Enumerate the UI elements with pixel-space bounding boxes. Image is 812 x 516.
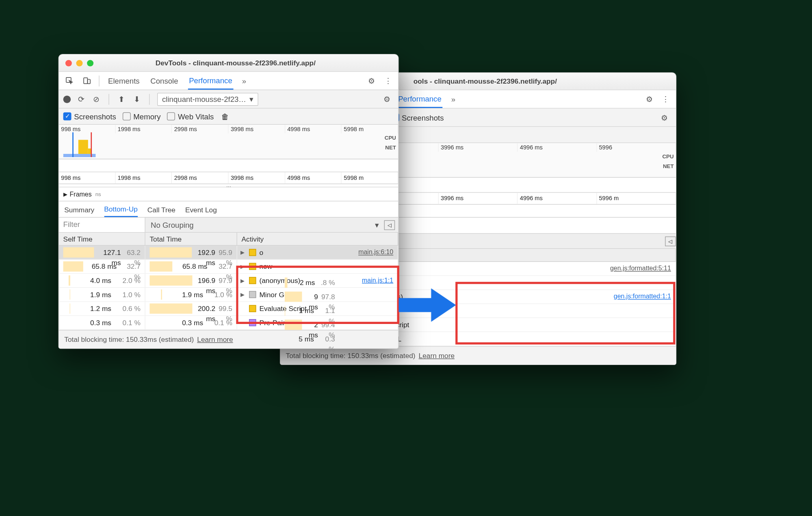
- total-time-cell: 0.3 ms0.1 %: [145, 316, 237, 330]
- chevron-down-icon: ▾: [375, 220, 379, 229]
- activity-name: o: [259, 247, 263, 257]
- col-self-time[interactable]: Self Time: [59, 233, 145, 246]
- source-link[interactable]: gen.js:formatted:5:11: [610, 263, 671, 274]
- self-time-cell: 0.3 ms0.1 %: [59, 316, 145, 330]
- minimize-icon[interactable]: [76, 60, 83, 66]
- upload-icon[interactable]: ⬆: [117, 94, 126, 104]
- tick: 4996 ms: [518, 143, 597, 151]
- screenshots-checkbox[interactable]: ✓ Screenshots: [391, 113, 444, 122]
- activity-graph: [63, 132, 112, 157]
- toggle-sidebar-icon[interactable]: ◁: [665, 236, 676, 246]
- url-select[interactable]: clinquant-mousse-2f23…▾: [157, 93, 258, 106]
- timeline-ruler[interactable]: 998 ms 1998 ms 2998 ms 3998 ms 4998 ms 5…: [59, 172, 398, 184]
- download-icon[interactable]: ⬇: [132, 94, 142, 104]
- svg-rect-4: [78, 140, 88, 154]
- activity-color-icon: [249, 263, 256, 270]
- filter-bar: Filter No Grouping▾ ◁: [59, 218, 398, 233]
- gear-icon[interactable]: ⚙: [642, 95, 656, 103]
- tab-elements[interactable]: Elements: [107, 72, 141, 89]
- close-icon[interactable]: [65, 60, 72, 66]
- activity-cell[interactable]: ▶(anonymous)main.js:1:1: [237, 274, 398, 288]
- learn-more-link[interactable]: Learn more: [197, 335, 233, 343]
- chevron-down-icon: ▾: [249, 95, 253, 103]
- total-time-cell: 200.2 ms99.5 %: [145, 302, 237, 316]
- source-link[interactable]: main.js:1:1: [362, 275, 393, 285]
- self-time-cell: 1.9 ms1.0 %: [59, 288, 145, 302]
- activity-color-icon: [249, 319, 256, 326]
- activity-color-icon: [249, 277, 256, 284]
- activity-color-icon: [249, 291, 256, 298]
- arrow-icon: [399, 286, 457, 324]
- grouping-select[interactable]: No Grouping▾: [145, 218, 384, 231]
- self-time-cell: 127.1 ms63.2 %: [59, 246, 145, 260]
- zoom-icon[interactable]: [87, 60, 93, 66]
- gear-icon[interactable]: ⚙: [380, 95, 394, 103]
- bottom-up-table: Self Time Total Time Activity 127.1 ms63…: [59, 233, 398, 330]
- footer: Total blocking time: 150.33ms (estimated…: [59, 330, 398, 348]
- kebab-icon[interactable]: ⋮: [381, 76, 395, 85]
- col-activity[interactable]: Activity: [237, 233, 398, 246]
- devtools-window-a: DevTools - clinquant-mousse-2f2396.netli…: [58, 54, 399, 349]
- options-row: ✓Screenshots Memory Web Vitals 🗑: [59, 108, 398, 125]
- source-link[interactable]: main.js:6:10: [358, 247, 393, 257]
- subtab-summary[interactable]: Summary: [64, 202, 94, 216]
- total-time-cell: 196.9 ms97.9 %: [145, 274, 237, 288]
- memory-checkbox[interactable]: Memory: [123, 112, 161, 121]
- timeline-overview[interactable]: 998 ms 1998 ms 2998 ms 3998 ms 4998 ms 5…: [59, 125, 398, 159]
- device-icon[interactable]: [80, 74, 95, 88]
- record-icon[interactable]: [63, 95, 71, 103]
- tab-performance[interactable]: Performance: [188, 72, 233, 90]
- total-time-cell: 192.9 ms95.9 %: [145, 246, 237, 260]
- perf-toolbar: ⟳ ⊘ ⬆ ⬇ clinquant-mousse-2f23…▾ ⚙: [59, 90, 398, 108]
- activity-name: Pre-Paint: [259, 317, 288, 328]
- subtab-eventlog[interactable]: Event Log: [185, 202, 217, 216]
- activity-color-icon: [249, 305, 256, 312]
- kebab-icon[interactable]: ⋮: [658, 95, 673, 103]
- gear-icon[interactable]: ⚙: [365, 76, 379, 85]
- total-time-cell: 1.9 ms1.0 %: [145, 288, 237, 302]
- total-time-cell: 65.8 ms32.7 %: [145, 260, 237, 274]
- gear-icon[interactable]: ⚙: [658, 113, 672, 122]
- more-tabs-icon[interactable]: »: [451, 95, 455, 103]
- tick: 3996 ms: [439, 143, 518, 151]
- webvitals-checkbox[interactable]: Web Vitals: [167, 112, 214, 121]
- source-link[interactable]: gen.js:formatted:1:1: [614, 291, 671, 302]
- trash-icon[interactable]: 🗑: [220, 112, 230, 121]
- activity-color-icon: [249, 249, 256, 256]
- toggle-sidebar-icon[interactable]: ◁: [384, 220, 395, 230]
- self-time-cell: 1.2 ms0.6 %: [59, 302, 145, 316]
- window-title: DevTools - clinquant-mousse-2f2396.netli…: [100, 59, 398, 67]
- clear-icon[interactable]: ⊘: [91, 94, 101, 104]
- tick: 5996: [597, 143, 676, 151]
- activity-cell[interactable]: ▶omain.js:6:10: [237, 246, 398, 260]
- svg-rect-2: [87, 79, 90, 84]
- detail-tabs: Summary Bottom-Up Call Tree Event Log: [59, 201, 398, 218]
- tabbar: Elements Console Performance » ⚙ ⋮: [59, 72, 398, 90]
- col-total-time[interactable]: Total Time: [145, 233, 237, 246]
- self-time-cell: 4.0 ms2.0 %: [59, 274, 145, 288]
- activity-name: now: [259, 261, 272, 272]
- more-tabs-icon[interactable]: »: [242, 76, 246, 85]
- footer: Total blocking time: 150.33ms (estimated…: [280, 346, 676, 365]
- subtab-calltree[interactable]: Call Tree: [147, 202, 175, 216]
- titlebar[interactable]: DevTools - clinquant-mousse-2f2396.netli…: [59, 54, 398, 72]
- tab-console[interactable]: Console: [149, 72, 180, 89]
- screenshots-checkbox[interactable]: ✓Screenshots: [63, 112, 116, 121]
- self-time-cell: 65.8 ms32.7 %: [59, 260, 145, 274]
- inspect-icon[interactable]: [62, 74, 77, 88]
- tab-performance[interactable]: Performance: [397, 90, 443, 108]
- filter-input[interactable]: Filter: [59, 218, 145, 232]
- subtab-bottomup[interactable]: Bottom-Up: [104, 202, 138, 217]
- svg-rect-1: [84, 78, 87, 84]
- learn-more-link[interactable]: Learn more: [419, 352, 455, 360]
- reload-icon[interactable]: ⟳: [76, 94, 86, 104]
